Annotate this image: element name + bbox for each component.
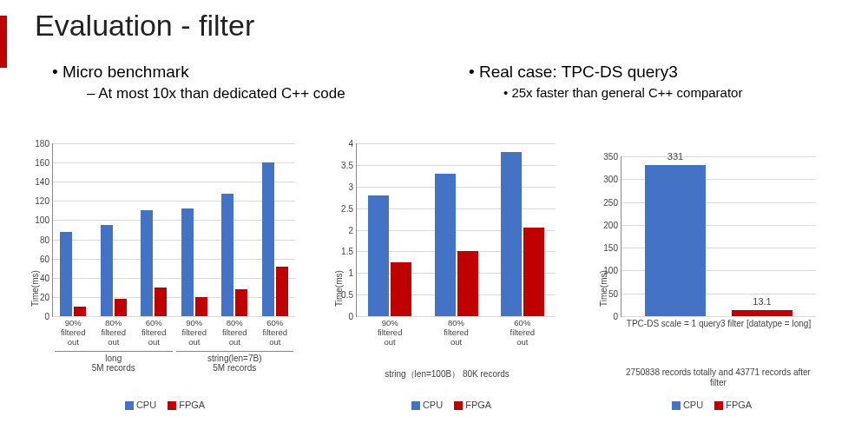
y-tick: 80 [40,235,49,244]
legend-swatch-fpga [714,401,723,410]
y-tick: 200 [603,220,618,229]
bar-cpu [141,210,153,316]
y-tick: 100 [35,215,49,225]
y-tick: 0.5 [341,290,353,300]
y-tick: 150 [603,243,618,253]
legend-swatch-fpga [168,401,176,410]
bar-fpga [155,288,167,316]
y-tick: 1.5 [341,247,353,256]
bar-cpu [60,232,72,316]
bar-cpu [262,162,274,316]
y-tick: 120 [35,196,49,206]
chart-2: Time(ms) 00.511.522.533.5490% filtered o… [321,139,573,426]
bullet-left-sub: – At most 10x than dedicated C++ code [87,85,345,102]
x-group: string(len=7B) 5M records [176,351,294,373]
chart-2-ylabel: Time(ms) [334,270,344,307]
chart-2-subtitle: string（len=100B） 80K records [321,369,573,380]
y-tick: 3.5 [341,160,353,169]
chart-2-legend: CPU FPGA [321,400,573,410]
x-category: 80% filtered out [94,316,135,347]
x-category: 80% filtered out [214,316,255,347]
bullet-left-text: Micro benchmark [62,63,189,81]
bar-fpga [457,251,478,316]
slide-title: Evaluation - filter [35,9,254,43]
chart-1-ylabel: Time(ms) [30,270,40,307]
chart-2-plot: Time(ms) 00.511.522.533.5490% filtered o… [356,143,556,317]
bar-cpu [181,208,194,316]
bar-cpu [501,152,522,316]
chart-3-ylabel: Time(ms) [599,270,608,307]
x-category: TPC-DS scale = 1 query3 filter [datatype… [621,316,816,329]
x-category: 90% filtered out [174,316,215,347]
bar-cpu [221,194,233,317]
y-tick: 60 [40,254,49,263]
y-tick: 0 [348,312,353,321]
legend-swatch-cpu [411,401,420,410]
charts-row: Time(ms) 02040608010012014016018090% fil… [17,139,851,434]
bullet-right: • Real case: TPC-DS query3 • 25x faster … [469,63,742,100]
y-tick: 250 [603,197,618,207]
x-category: 90% filtered out [357,316,423,347]
legend-swatch-fpga [454,401,463,410]
y-tick: 160 [35,158,49,168]
y-tick: 100 [603,266,618,275]
y-tick: 180 [35,139,49,149]
legend-swatch-cpu [125,401,134,410]
y-tick: 2.5 [341,203,353,213]
bar-cpu [368,195,389,316]
chart-1-legend: CPU FPGA [17,400,304,410]
y-tick: 20 [40,292,49,301]
chart-3: Time(ms) 05010015020025030035033113.1TPC… [582,139,833,426]
accent-bar [0,16,7,68]
y-tick: 2 [348,225,353,235]
bullet-left: • Micro benchmark – At most 10x than ded… [52,63,345,102]
x-category: 80% filtered out [423,316,489,347]
y-tick: 300 [603,175,618,184]
bar-fpga [523,228,544,316]
chart-1-plot: Time(ms) 02040608010012014016018090% fil… [52,143,295,317]
bar-fpga [391,262,411,316]
y-tick: 4 [348,139,353,149]
y-tick: 1 [348,268,353,278]
chart-3-plot: Time(ms) 05010015020025030035033113.1TPC… [621,156,816,317]
bar-cpu [101,225,113,316]
bullet-right-sub: • 25x faster than general C++ comparator [503,85,742,100]
chart-3-subtitle: 2750838 records totally and 43771 record… [621,367,816,388]
y-tick: 0 [44,312,49,321]
bar-fpga [74,307,86,316]
bar-fpga [195,297,207,316]
x-group: long 5M records [55,351,173,373]
x-category: 60% filtered out [134,316,174,347]
bar-fpga [235,289,247,316]
y-tick: 0 [613,312,618,321]
data-label: 331 [667,151,683,162]
y-tick: 40 [40,273,49,282]
legend-swatch-cpu [672,401,681,410]
bullet-right-text: Real case: TPC-DS query3 [479,63,678,81]
x-category: 60% filtered out [490,316,556,347]
bar-fpga [732,310,792,316]
chart-3-legend: CPU FPGA [582,400,833,410]
bar-fpga [115,299,127,316]
y-tick: 50 [608,288,618,298]
y-tick: 3 [348,182,353,191]
data-label: 13.1 [753,296,771,307]
chart-1: Time(ms) 02040608010012014016018090% fil… [17,139,304,426]
x-category: 90% filtered out [53,316,94,347]
bar-cpu [645,165,706,316]
y-tick: 140 [35,177,49,187]
bar-cpu [435,174,456,316]
bar-fpga [276,267,288,316]
x-category: 60% filtered out [255,316,296,347]
y-tick: 350 [603,152,618,162]
